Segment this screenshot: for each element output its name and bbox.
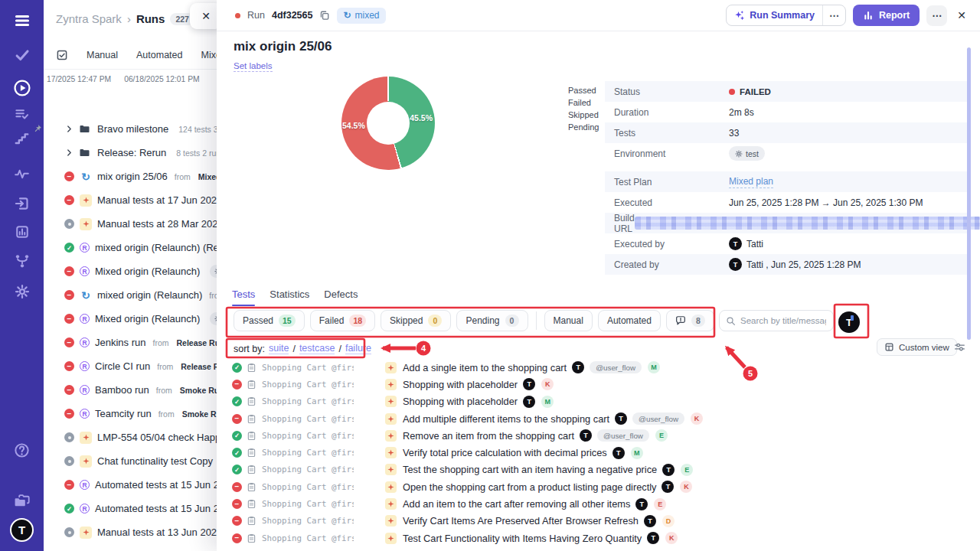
select-all-icon[interactable] [56, 49, 68, 61]
manual-run-icon [80, 527, 92, 539]
test-row[interactable]: Shopping Cart @first @sm… Open the shopp… [232, 478, 969, 495]
run-title[interactable]: Mixed origin (Relaunch) [95, 266, 200, 277]
detail-tab[interactable]: Defects [324, 289, 358, 306]
comments-filter-button[interactable]: 8 [666, 310, 714, 331]
view-settings-icon[interactable] [954, 341, 965, 353]
test-runs-icon[interactable] [0, 79, 44, 97]
test-title[interactable]: Remove an item from the shopping cart [403, 430, 574, 442]
run-title[interactable]: mix origin 25/06 [97, 171, 168, 182]
assignee-avatar: T [572, 361, 584, 373]
test-plans-icon[interactable] [0, 106, 44, 121]
test-tag: @user_flow [590, 361, 642, 373]
test-row[interactable]: Shopping Cart @first @sm… Add an item to… [232, 495, 969, 512]
test-row[interactable]: Shopping Cart @first @sm… Add a single i… [232, 359, 969, 376]
test-plan-link[interactable]: Mixed plan [729, 176, 773, 188]
repository-icon[interactable] [0, 47, 44, 63]
chevron-right-icon[interactable] [65, 125, 74, 133]
run-title[interactable]: Mixed origin (Relaunch) [95, 313, 200, 324]
run-status-icon [64, 480, 74, 490]
help-icon[interactable] [0, 442, 44, 458]
run-type-badge[interactable]: ↻mixed [337, 8, 385, 24]
pin-icon [33, 124, 42, 133]
test-title[interactable]: Shopping with placeholder [403, 396, 518, 407]
run-from-label: from [156, 386, 172, 395]
clipboard-icon [247, 414, 256, 424]
set-labels-link[interactable]: Set labels [234, 61, 273, 72]
detail-tab[interactable]: Statistics [270, 289, 309, 306]
test-title[interactable]: Test Cart Functionality with Items Havin… [403, 533, 642, 544]
test-title[interactable]: Test the shopping cart with an item havi… [403, 464, 657, 475]
sort-option-link[interactable]: failure [345, 343, 371, 354]
status-filter-button[interactable]: Passed 15 [234, 310, 305, 331]
scrollbar-thumb[interactable] [967, 47, 971, 340]
test-row[interactable]: Shopping Cart @first @sm… Shopping with … [232, 393, 969, 410]
environment-pill[interactable]: test [729, 146, 765, 161]
test-row[interactable]: Shopping Cart @first @sm… Shopping with … [232, 376, 969, 393]
group-label[interactable]: Release: Rerun [97, 147, 166, 158]
run-title[interactable]: Circle CI run [95, 360, 150, 372]
test-row[interactable]: Shopping Cart @first @sm… Verify total p… [232, 444, 969, 461]
menu-icon[interactable] [0, 12, 44, 29]
type-filter-button[interactable]: Manual [544, 310, 593, 331]
run-title[interactable]: Bamboo run [95, 384, 149, 396]
test-title[interactable]: Add a single item to the shopping cart [403, 362, 567, 373]
run-title[interactable]: Teamcity run [95, 408, 152, 419]
type-filter-button[interactable]: Automated [598, 310, 661, 331]
test-row[interactable]: Shopping Cart @first @sm… Test the shopp… [232, 461, 969, 478]
assignee-avatar: T [647, 532, 659, 544]
runs-type-tab[interactable]: Manual [87, 50, 118, 60]
test-row[interactable]: Shopping Cart @first @sm… Test Cart Func… [232, 530, 969, 546]
user-avatar[interactable]: T [10, 518, 34, 542]
runs-type-tab[interactable]: Automated [136, 50, 182, 60]
test-row[interactable]: Shopping Cart @first @sm… Verify Cart It… [232, 513, 969, 530]
run-title[interactable]: Automated tests at 15 Jun 2025 [95, 503, 236, 514]
status-filter-button[interactable]: Failed 18 [310, 310, 375, 331]
assignee-avatar[interactable]: T [838, 311, 860, 333]
detail-tab[interactable]: Tests [232, 289, 255, 306]
projects-icon[interactable] [0, 493, 44, 509]
run-summary-more-button[interactable]: ⋯ [822, 5, 845, 25]
chevron-right-icon[interactable] [65, 148, 74, 157]
status-filter-button[interactable]: Skipped 0 [381, 310, 451, 331]
legend-color-dot [557, 124, 564, 131]
sort-option-link[interactable]: testcase [299, 343, 335, 354]
test-suite-path: Shopping Cart @first @sm… [262, 431, 354, 441]
more-actions-button[interactable]: ⋯ [926, 5, 947, 26]
test-title[interactable]: Shopping with placeholder [403, 379, 518, 390]
custom-view-button[interactable]: Custom view [877, 338, 957, 356]
run-title[interactable]: mixed origin (Relaunch) [97, 289, 202, 301]
settings-icon[interactable] [0, 284, 44, 299]
run-title[interactable]: LMP-554 05/04 check Happy P [97, 432, 235, 443]
run-status-icon [64, 456, 74, 466]
test-title[interactable]: Open the shopping cart from a product li… [403, 481, 656, 493]
sort-option-link[interactable]: suite [269, 343, 289, 354]
run-title[interactable]: Manual tests at 13 Jun 2025 12 [97, 527, 236, 538]
analytics-icon[interactable] [0, 224, 44, 240]
test-title[interactable]: Add multiple different items to the shop… [403, 413, 609, 425]
run-title[interactable]: Chat functinality test Copy [97, 455, 213, 467]
copy-icon[interactable] [319, 10, 330, 21]
breadcrumb-project[interactable]: Zyntra Spark [56, 12, 122, 25]
run-title[interactable]: Automated tests at 15 Jun 2025 [95, 479, 236, 491]
test-title[interactable]: Verify total price calculation with deci… [403, 447, 607, 458]
test-row[interactable]: Shopping Cart @first @sm… Remove an item… [232, 427, 969, 444]
traceability-icon[interactable] [0, 253, 44, 269]
run-title[interactable]: Jenkins run [95, 337, 145, 348]
run-title[interactable]: mixed origin (Relaunch) (Relau [95, 242, 232, 253]
automated-run-icon: R [80, 480, 90, 490]
test-title[interactable]: Add an item to the cart after removing a… [403, 498, 630, 510]
test-row[interactable]: Shopping Cart @first @sm… Add multiple d… [232, 410, 969, 427]
status-filter-button[interactable]: Pending 0 [456, 310, 528, 331]
run-status-icon [64, 409, 74, 419]
group-label[interactable]: Bravo milestone [97, 123, 168, 135]
run-title[interactable]: Manual tests at 28 Mar 2025 0 [97, 218, 232, 230]
search-input[interactable] [740, 316, 826, 325]
report-button[interactable]: Report [853, 5, 920, 26]
close-panel-icon[interactable]: ✕ [954, 9, 969, 21]
run-title[interactable]: Manual tests at 17 Jun 2025 10 [97, 194, 236, 206]
requirements-icon[interactable] [0, 196, 44, 211]
defects-icon[interactable] [0, 167, 44, 181]
test-title[interactable]: Verify Cart Items Are Preserved After Br… [403, 515, 639, 527]
info-row-status: Status FAILED [605, 81, 967, 102]
run-summary-button[interactable]: Run Summary [727, 5, 822, 25]
